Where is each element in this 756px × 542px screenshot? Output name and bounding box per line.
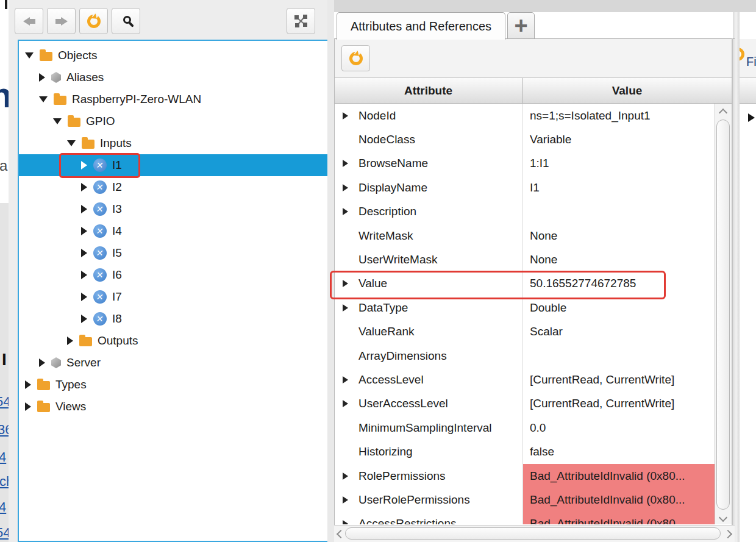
expand-arrow-icon[interactable] <box>81 315 87 323</box>
expand-arrow-icon[interactable] <box>81 227 87 235</box>
expander <box>343 160 358 167</box>
attribute-row-browsename[interactable]: BrowseName1:I1 <box>335 152 715 176</box>
expand-arrow-icon[interactable] <box>343 160 348 167</box>
expand-arrow-icon[interactable] <box>81 293 87 301</box>
expander <box>343 208 358 215</box>
tab-attributes-and-references[interactable]: Attributes and References <box>337 12 505 40</box>
expand-arrow-icon[interactable] <box>343 112 348 119</box>
tree-item-objects[interactable]: Objects <box>19 45 333 66</box>
scroll-left-icon[interactable] <box>337 530 345 538</box>
forward-arrow-shaft <box>55 19 61 24</box>
tree-item-inputs[interactable]: Inputs <box>19 132 333 154</box>
expand-arrow-icon[interactable] <box>81 183 87 191</box>
tree-item-label: I2 <box>112 180 122 194</box>
attribute-row-description[interactable]: Description <box>335 200 715 224</box>
tree-item-server[interactable]: Server <box>19 352 333 374</box>
vertical-scrollbar-thumb[interactable] <box>716 119 730 510</box>
attribute-row-accesslevel[interactable]: AccessLevel[CurrentRead, CurrentWrite] <box>335 368 715 391</box>
expand-arrow-icon[interactable] <box>25 380 31 389</box>
tree-item-types[interactable]: Types <box>19 374 333 396</box>
expand-arrow-icon[interactable] <box>25 52 34 59</box>
expand-arrow-icon[interactable] <box>81 205 87 213</box>
expand-arrow-icon[interactable] <box>67 337 73 345</box>
expand-arrow-icon[interactable] <box>53 118 62 124</box>
attribute-row-value[interactable]: Value50.16552774672785 <box>335 272 715 296</box>
scroll-right-icon[interactable] <box>724 530 732 538</box>
attribute-row-historizing[interactable]: Historizingfalse <box>335 440 715 463</box>
variable-icon <box>93 224 107 238</box>
tree-item-label: I4 <box>112 224 122 238</box>
expand-arrow-icon[interactable] <box>343 208 348 215</box>
scroll-down-icon[interactable] <box>719 513 727 522</box>
expand-arrow-icon[interactable] <box>67 140 76 146</box>
attribute-row-writemask[interactable]: WriteMaskNone <box>335 224 715 248</box>
expand-arrow-icon[interactable] <box>343 496 348 504</box>
search-button[interactable] <box>112 8 140 34</box>
expand-arrow-icon[interactable] <box>748 113 756 122</box>
horizontal-scrollbar-thumb[interactable] <box>345 527 721 540</box>
expand-arrow-icon[interactable] <box>343 304 348 312</box>
attribute-row-nodeclass[interactable]: NodeClassVariable <box>335 127 715 151</box>
expand-arrow-icon[interactable] <box>39 358 45 367</box>
attribute-name: UserAccessLevel <box>358 397 448 410</box>
attribute-row-accessrestrictions[interactable]: AccessRestrictionsBad_AttributeIdInvalid… <box>335 512 715 524</box>
tree-item-i6[interactable]: I6 <box>19 264 333 286</box>
refresh-icon <box>349 52 363 65</box>
attribute-row-userwritemask[interactable]: UserWriteMaskNone <box>335 248 715 271</box>
refresh-icon <box>87 15 101 28</box>
attribute-row-nodeid[interactable]: NodeIdns=1;s=Isolated_Input1 <box>335 104 715 127</box>
attribute-name-cell: ArrayDimensions <box>335 344 522 368</box>
expand-arrow-icon[interactable] <box>39 96 48 102</box>
attribute-row-datatype[interactable]: DataTypeDouble <box>335 296 715 319</box>
forward-button[interactable] <box>47 8 76 34</box>
attribute-row-rolepermissions[interactable]: RolePermissionsBad_AttributeIdInvalid (0… <box>335 464 715 488</box>
attribute-row-minimumsamplinginterval[interactable]: MinimumSamplingInterval0.0 <box>335 416 715 440</box>
attribute-name-cell: UserRolePermissions <box>335 488 522 512</box>
scroll-up-icon[interactable] <box>719 109 727 117</box>
tree-item-aliases[interactable]: Aliases <box>19 66 333 88</box>
back-button[interactable] <box>15 8 43 34</box>
tree-item-i8[interactable]: I8 <box>19 308 333 330</box>
tree-item-i3[interactable]: I3 <box>19 198 333 220</box>
refresh-attributes-button[interactable] <box>341 45 370 71</box>
tree-item-gpio[interactable]: GPIO <box>19 110 333 132</box>
refresh-button[interactable] <box>79 8 108 34</box>
search-icon <box>123 16 131 24</box>
expander <box>343 376 358 383</box>
expand-arrow-icon[interactable] <box>343 184 348 191</box>
add-tab-button[interactable]: + <box>507 12 535 39</box>
expand-arrow-icon[interactable] <box>343 280 348 287</box>
expand-arrow-icon[interactable] <box>81 161 87 169</box>
expand-arrow-icon[interactable] <box>39 73 45 82</box>
attribute-name-cell: ValueRank <box>335 320 522 344</box>
tree-item-i2[interactable]: I2 <box>19 176 333 198</box>
panel-splitter-left[interactable] <box>327 0 334 542</box>
tree-item-views[interactable]: Views <box>19 396 333 418</box>
attribute-row-useraccesslevel[interactable]: UserAccessLevel[CurrentRead, CurrentWrit… <box>335 392 715 416</box>
tree-item-label: I7 <box>112 290 122 304</box>
expand-arrow-icon[interactable] <box>25 402 31 411</box>
attribute-row-displayname[interactable]: DisplayNameI1 <box>335 176 715 199</box>
folder-icon <box>79 337 92 346</box>
expand-arrow-icon[interactable] <box>343 520 348 524</box>
attribute-row-arraydimensions[interactable]: ArrayDimensions <box>335 344 715 368</box>
tree-item-raspberrypi-zero-wlan[interactable]: RaspberryPI-Zero-WLAN <box>19 88 333 110</box>
tree-item-i4[interactable]: I4 <box>19 220 333 242</box>
attribute-value-cell <box>522 344 715 368</box>
expand-arrow-icon[interactable] <box>343 400 348 407</box>
panel-splitter-right[interactable] <box>733 12 740 542</box>
filter-label-fragment: Fi <box>746 55 756 69</box>
attribute-row-userrolepermissions[interactable]: UserRolePermissionsBad_AttributeIdInvali… <box>335 488 715 512</box>
expand-arrow-icon[interactable] <box>81 271 87 279</box>
folder-icon <box>82 140 94 149</box>
expand-arrow-icon[interactable] <box>81 249 87 257</box>
attribute-row-valuerank[interactable]: ValueRankScalar <box>335 320 715 344</box>
tree-item-outputs[interactable]: Outputs <box>19 330 333 352</box>
expand-arrow-icon[interactable] <box>343 376 348 383</box>
tree-item-i5[interactable]: I5 <box>19 242 333 264</box>
highlight-node-button[interactable] <box>287 8 315 34</box>
expand-arrow-icon[interactable] <box>343 472 348 480</box>
tree-item-i7[interactable]: I7 <box>19 286 333 308</box>
attribute-value: ns=1;s=Isolated_Input1 <box>530 109 651 123</box>
tree-item-i1[interactable]: I1 <box>19 154 333 176</box>
